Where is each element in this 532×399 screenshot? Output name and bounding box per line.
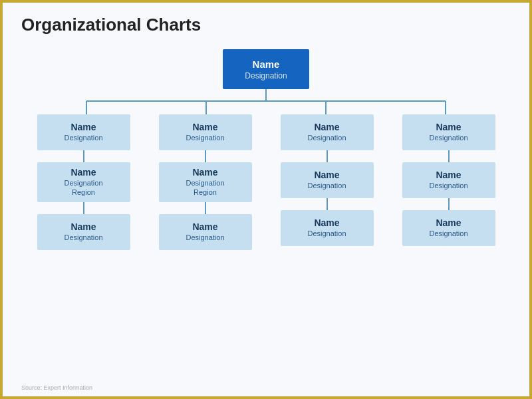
col3-l2-name: Name [314,170,339,180]
page-title: Organizational Charts [21,15,201,35]
col3-connector-2 [327,198,328,210]
col1-l3-designation: Designation [64,233,102,242]
col4-l1-designation: Designation [429,133,467,142]
col2-level1-node: Name Designation [159,114,252,150]
col1-l3-name: Name [70,221,96,232]
col3-level3-node: Name Designation [281,210,374,246]
root-name: Name [253,59,280,70]
page-border: Organizational Charts Name Designation [0,0,532,399]
col4-connector-2 [448,198,450,210]
column-1: Name Designation Name DesignationRegion … [29,114,138,250]
col1-level3-node: Name Designation [37,214,130,250]
col1-level1-node: Name Designation [37,114,130,150]
col2-level3-node: Name Designation [159,214,252,250]
col3-l2-designation: Designation [307,181,346,190]
col3-l1-name: Name [314,122,339,132]
column-4: Name Designation Name Designation Name D… [394,114,503,250]
col3-l3-designation: Designation [307,229,346,238]
col4-l3-designation: Designation [429,229,467,238]
col2-l1-name: Name [192,122,217,132]
col1-connector-1 [83,150,84,162]
col2-level2-node: Name DesignationRegion [159,162,252,202]
column-2: Name Designation Name DesignationRegion … [150,114,260,250]
root-designation: Designation [245,71,287,80]
col2-l3-designation: Designation [186,233,224,242]
chart-area: Name Designation [3,49,529,376]
col4-level3-node: Name Designation [402,210,495,246]
col2-l2-designation: DesignationRegion [186,178,224,198]
col3-level1-node: Name Designation [281,114,374,150]
columns-wrapper: Name Designation Name DesignationRegion … [3,114,529,250]
col2-connector-1 [205,150,206,162]
col1-connector-2 [83,202,84,214]
col1-l2-name: Name [70,167,96,178]
watermark: Source: Expert Information [21,384,92,391]
col1-l2-designation: DesignationRegion [64,178,102,198]
root-node: Name Designation [223,49,309,89]
col1-l1-designation: Designation [64,133,102,142]
col3-l3-name: Name [314,217,339,228]
root-row: Name Designation [3,49,529,89]
col4-l3-name: Name [436,217,461,228]
col1-l1-name: Name [70,122,96,132]
col2-l2-name: Name [192,167,217,178]
col4-connector-1 [448,150,450,162]
col3-connector-1 [327,150,328,162]
col2-l1-designation: Designation [186,133,224,142]
col2-connector-2 [205,202,206,214]
col1-level2-node: Name DesignationRegion [37,162,130,202]
col4-level2-node: Name Designation [402,162,495,198]
col4-l2-designation: Designation [429,181,467,190]
connector-svg-wrapper [27,89,505,114]
col4-level1-node: Name Designation [402,114,495,150]
col2-l3-name: Name [192,221,217,232]
col3-l1-designation: Designation [307,133,346,142]
col4-l2-name: Name [436,170,461,180]
column-3: Name Designation Name Designation Name D… [272,114,382,250]
col3-level2-node: Name Designation [281,162,374,198]
tree-connector-svg [27,89,505,114]
col4-l1-name: Name [436,122,461,132]
